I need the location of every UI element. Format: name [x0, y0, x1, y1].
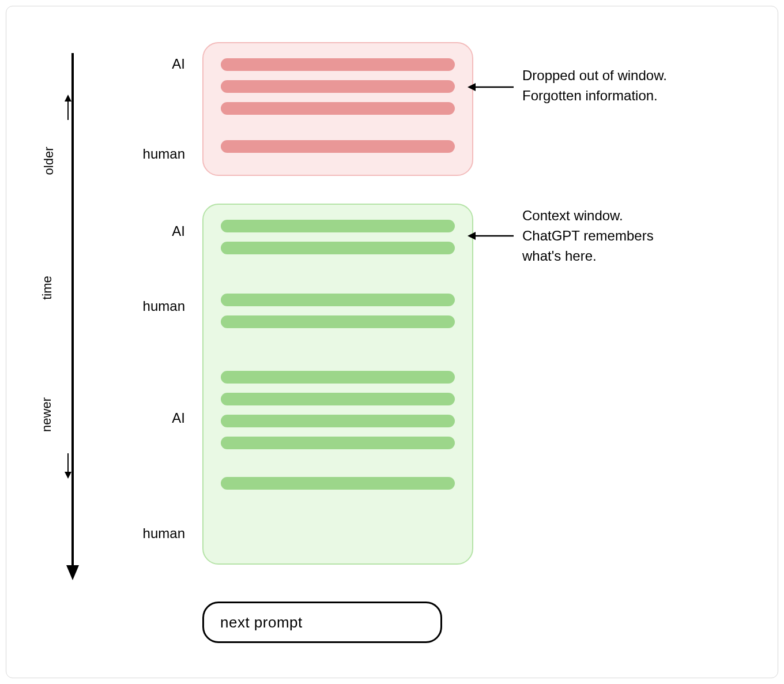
- svg-marker-9: [468, 232, 476, 240]
- svg-marker-5: [65, 472, 71, 479]
- role-label-ai: AI: [110, 223, 185, 239]
- msg-bar: [221, 393, 455, 405]
- mini-arrow-up-icon: [64, 95, 72, 120]
- diagram-canvas: older time newer AI human: [6, 6, 778, 678]
- role-label-human: human: [110, 146, 185, 162]
- arrow-left-icon: [468, 81, 514, 93]
- msg-bar: [221, 140, 455, 153]
- role-label-human: human: [110, 525, 185, 542]
- msg-bar: [221, 437, 455, 449]
- timeline-axis: older time newer: [41, 50, 81, 580]
- arrow-left-icon: [468, 230, 514, 242]
- msg-bar: [221, 80, 455, 93]
- role-label-ai: AI: [110, 410, 185, 426]
- msg-bar: [221, 477, 455, 490]
- msg-group-ai-2: [221, 220, 455, 254]
- annotation-dropped: Dropped out of window. Forgotten informa…: [522, 66, 707, 106]
- timeline-label-newer: newer: [39, 397, 54, 432]
- timeline-main-arrow: [64, 50, 81, 580]
- next-prompt-input[interactable]: next prompt: [202, 602, 442, 643]
- forgotten-panel: [202, 42, 473, 176]
- svg-marker-1: [66, 565, 79, 580]
- msg-bar: [221, 371, 455, 384]
- msg-group-human-3: [221, 477, 455, 490]
- msg-bar: [221, 102, 455, 115]
- msg-bar: [221, 58, 455, 71]
- svg-marker-3: [65, 95, 71, 102]
- msg-bar: [221, 242, 455, 254]
- timeline-label-time: time: [40, 276, 55, 300]
- context-panel: [202, 204, 473, 565]
- svg-marker-7: [468, 83, 476, 91]
- msg-bar: [221, 315, 455, 328]
- role-label-ai: AI: [110, 56, 185, 72]
- msg-bar: [221, 415, 455, 427]
- msg-group-ai-3: [221, 371, 455, 449]
- msg-bar: [221, 220, 455, 232]
- msg-bar: [221, 294, 455, 306]
- annotation-context: Context window. ChatGPT remembers what's…: [522, 206, 707, 266]
- next-prompt-label: next prompt: [220, 614, 303, 632]
- role-label-human: human: [110, 298, 185, 314]
- msg-group-human-2: [221, 294, 455, 328]
- mini-arrow-down-icon: [64, 453, 72, 479]
- timeline-label-older: older: [42, 147, 56, 175]
- msg-group-human-1: [221, 140, 455, 153]
- msg-group-ai-1: [221, 58, 455, 115]
